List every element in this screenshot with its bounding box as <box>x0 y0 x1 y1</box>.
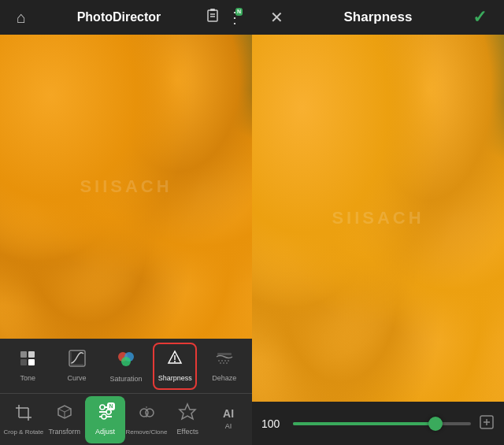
slider-track[interactable] <box>293 422 471 425</box>
slider-end-icon[interactable] <box>479 414 495 433</box>
svg-rect-6 <box>20 359 27 365</box>
curve-label: Curve <box>68 374 87 383</box>
tool-remove[interactable]: Remove/Clone <box>125 396 167 443</box>
left-header: ⌂ PhotoDirector ⋮ N <box>0 0 252 35</box>
left-panel: ⌂ PhotoDirector ⋮ N <box>0 0 252 445</box>
tool-sharpness[interactable]: Sharpness <box>153 343 197 390</box>
curve-icon <box>68 349 87 371</box>
svg-rect-1 <box>210 9 215 11</box>
tool-curve[interactable]: Curve <box>55 343 99 390</box>
toolbar-row2: Crop & Rotate Transform <box>0 394 252 445</box>
slider-value: 100 <box>261 417 285 430</box>
slider-thumb[interactable] <box>428 417 443 431</box>
adjust-n-badge: N <box>107 402 114 410</box>
dehaze-icon <box>215 349 234 371</box>
svg-point-30 <box>102 414 106 419</box>
slider-fill <box>293 422 435 425</box>
svg-rect-0 <box>208 10 217 21</box>
app-title: PhotoDirector <box>33 10 205 24</box>
ai-icon: AI <box>223 408 234 419</box>
tool-dehaze[interactable]: Dehaze <box>202 343 246 390</box>
confirm-button[interactable]: ✓ <box>468 7 491 28</box>
adjust-wrap: N <box>96 402 115 425</box>
svg-rect-5 <box>28 351 35 358</box>
dehaze-label: Dehaze <box>212 374 236 383</box>
left-photo <box>0 35 252 339</box>
tool-transform[interactable]: Transform <box>44 396 85 443</box>
close-button[interactable]: ✕ <box>265 8 288 27</box>
remove-icon <box>137 403 156 425</box>
flower-image-right <box>252 35 504 402</box>
effects-label: Effects <box>177 428 198 436</box>
tool-adjust[interactable]: N Adjust <box>85 396 126 443</box>
tool-ai[interactable]: AI AI <box>208 396 249 443</box>
tool-saturation[interactable]: Saturation <box>104 343 148 390</box>
toolbar-row1: Tone Curve <box>0 339 252 394</box>
sharpness-icon <box>165 349 184 371</box>
flower-image-left <box>0 35 252 339</box>
transform-label: Transform <box>48 428 80 436</box>
ai-label: AI <box>225 422 232 431</box>
clipboard-icon[interactable] <box>205 9 220 27</box>
saturation-label: Saturation <box>109 375 142 384</box>
saturation-icon <box>116 348 136 372</box>
clipboard-wrap <box>205 8 220 28</box>
tone-icon <box>18 349 37 371</box>
right-panel: ✕ Sharpness ✓ 100 <box>252 0 504 445</box>
slider-bar: 100 <box>252 402 504 445</box>
n-badge: N <box>235 8 243 16</box>
sharpness-title: Sharpness <box>288 9 468 25</box>
svg-rect-17 <box>217 353 232 355</box>
tool-effects[interactable]: Effects <box>167 396 208 443</box>
tool-crop[interactable]: Crop & Rotate <box>3 396 44 443</box>
crop-label: Crop & Rotate <box>4 428 44 436</box>
svg-point-29 <box>106 410 111 414</box>
transform-icon <box>55 402 74 425</box>
effects-icon <box>178 402 197 425</box>
crop-icon <box>14 403 33 425</box>
tone-label: Tone <box>20 374 35 383</box>
home-icon[interactable]: ⌂ <box>9 9 33 27</box>
svg-point-13 <box>121 357 131 366</box>
svg-point-16 <box>174 361 176 362</box>
sharpness-label: Sharpness <box>158 374 192 383</box>
svg-point-28 <box>100 405 105 410</box>
right-header: ✕ Sharpness ✓ <box>252 0 504 35</box>
svg-rect-7 <box>28 359 35 365</box>
remove-label: Remove/Clone <box>125 428 167 436</box>
left-toolbar: Tone Curve <box>0 339 252 445</box>
more-wrap: ⋮ N <box>227 8 243 27</box>
svg-marker-34 <box>180 404 195 419</box>
svg-rect-4 <box>20 351 27 358</box>
adjust-label: Adjust <box>95 428 115 436</box>
tool-tone[interactable]: Tone <box>6 343 50 390</box>
right-photo <box>252 35 504 402</box>
